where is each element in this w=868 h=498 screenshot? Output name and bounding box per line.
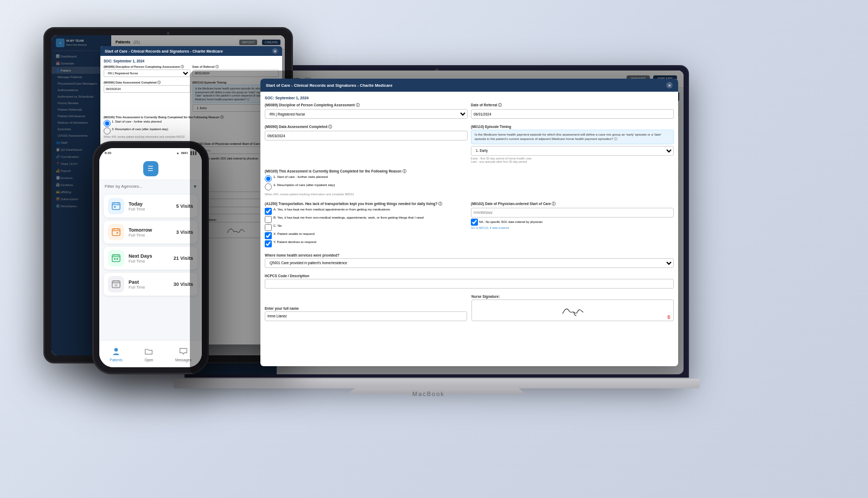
nurse-sig-section: Enter your full name Nurse Signature: bbox=[265, 295, 674, 321]
tomorrow-subtitle: Full Time bbox=[129, 233, 172, 238]
tablet-camera bbox=[167, 32, 170, 35]
checkbox-a[interactable] bbox=[265, 208, 272, 215]
m0102-input[interactable] bbox=[471, 208, 674, 218]
phone-status-bar: 8:30 ▲ WiFi ▐▐▐ bbox=[99, 148, 202, 158]
laptop-screen: + IN MY TEAMHome Care Solutions Dashboar… bbox=[190, 71, 684, 374]
m0089-select[interactable]: RN | Registered Nurse bbox=[265, 109, 468, 119]
svg-rect-5 bbox=[112, 229, 120, 236]
a1250-field: (A1250) Transportation. Has lack of tran… bbox=[265, 202, 468, 247]
tomorrow-title: Tomorrow bbox=[129, 227, 172, 233]
m0100-note: When #04, review patient tracking inform… bbox=[265, 193, 674, 196]
a1250-option-a: A. Yes, it has kept me from medical appo… bbox=[265, 208, 468, 215]
today-info: Today Full Time bbox=[129, 201, 172, 212]
checkbox-b[interactable] bbox=[265, 216, 272, 223]
m0110-field: (M0110) Episode Timing Is the Medicare h… bbox=[471, 125, 674, 163]
phone-screen: 8:30 ▲ WiFi ▐▐▐ ☰ Filter by Agencies... bbox=[99, 148, 202, 367]
svg-rect-14 bbox=[114, 258, 116, 260]
soc-date: SOC: September 1, 2024 bbox=[265, 96, 674, 100]
messages-nav-icon bbox=[178, 346, 189, 357]
hcpcs-input[interactable] bbox=[265, 279, 674, 289]
calendar-icon-next-days bbox=[111, 253, 121, 263]
bottom-nav-open[interactable]: Open bbox=[143, 346, 154, 362]
today-icon-wrap bbox=[108, 198, 124, 214]
m0102-na-checkbox[interactable] bbox=[471, 219, 478, 226]
radio-option-1: 1. Start of care - further visits planne… bbox=[265, 175, 674, 182]
a1250-option-b: B. Yes, it has kept me from non-medical … bbox=[265, 216, 468, 223]
modal-overlay: Start of Care - Clinical Records and Sig… bbox=[190, 71, 684, 374]
m0102-label: (M0102) Date of Physician-ordered Start … bbox=[471, 202, 674, 207]
phone-schedule-list: Today Full Time 5 Visits bbox=[99, 193, 202, 301]
past-icon-wrap bbox=[108, 276, 124, 292]
svg-rect-9 bbox=[117, 232, 118, 234]
phone-time: 8:30 bbox=[105, 151, 111, 155]
m0110-label: (M0110) Episode Timing bbox=[471, 125, 674, 129]
m0090-field: (M0090) Data Assessment Completed ⓘ bbox=[265, 125, 468, 163]
svg-rect-15 bbox=[117, 258, 118, 260]
next-days-info: Next Days Full Time bbox=[129, 253, 169, 264]
checkbox-c[interactable] bbox=[265, 224, 272, 231]
a1250-option-x: X. Patient unable to respond bbox=[265, 232, 468, 239]
wifi-icon: WiFi bbox=[181, 151, 188, 155]
m0102-link[interactable]: Go to M0110, if date entered bbox=[471, 226, 674, 229]
tm-m0090: (M0090) Data Assessment Completed ⓘ bbox=[104, 81, 190, 112]
m0104-input[interactable] bbox=[471, 109, 674, 119]
today-subtitle: Full Time bbox=[129, 207, 172, 212]
phone-filter-row[interactable]: Filter by Agencies... ▾ bbox=[99, 180, 202, 193]
tm-radio-input-3[interactable] bbox=[104, 127, 111, 135]
tm-m0090-input[interactable] bbox=[104, 85, 190, 93]
tablet-modal-close[interactable]: × bbox=[272, 48, 278, 54]
laptop-base bbox=[174, 379, 700, 388]
signature-trash-icon[interactable]: 🗑 bbox=[667, 315, 671, 320]
modal-header: Start of Care - Clinical Records and Sig… bbox=[260, 79, 678, 92]
folder-open-icon bbox=[144, 347, 153, 356]
radio-input-1[interactable] bbox=[265, 175, 272, 182]
where-select[interactable]: Q5001 Care provided in patient's home/re… bbox=[265, 258, 674, 268]
signature-area[interactable]: 🗑 bbox=[471, 299, 674, 321]
m0100-field: (M0100) This Assessment is Currently Bei… bbox=[265, 169, 674, 196]
person-icon bbox=[112, 347, 120, 356]
tm-radio-input-1[interactable] bbox=[104, 120, 111, 127]
m0100-radio-group: 1. Start of care - further visits planne… bbox=[265, 175, 674, 196]
calendar-icon-tomorrow bbox=[111, 227, 121, 237]
sig-section: Nurse Signature: 🗑 bbox=[471, 295, 674, 321]
a1250-option-y: Y. Patient declines to respond bbox=[265, 240, 468, 247]
svg-rect-16 bbox=[112, 281, 120, 288]
m0102-na: NA - No specific SOC date ordered by phy… bbox=[471, 219, 674, 226]
schedule-item-today[interactable]: Today Full Time 5 Visits bbox=[104, 195, 197, 218]
svg-rect-0 bbox=[112, 203, 120, 210]
today-title: Today bbox=[129, 201, 172, 207]
open-nav-label: Open bbox=[144, 358, 153, 362]
tm-m0089: (M0089) Discipline of Person Completing … bbox=[104, 65, 190, 77]
bottom-nav-messages[interactable]: Messages bbox=[175, 346, 192, 362]
schedule-item-past[interactable]: Past Full Time 30 Visits bbox=[104, 273, 197, 296]
modal-body: SOC: September 1, 2024 (M0089) Disciplin… bbox=[260, 92, 678, 366]
calendar-icon-past bbox=[111, 279, 121, 289]
checkbox-y[interactable] bbox=[265, 240, 272, 247]
tablet-modal-header: Start of Care - Clinical Records and Sig… bbox=[100, 46, 282, 56]
checkbox-x[interactable] bbox=[265, 232, 272, 239]
m0104-label: Date of Referral ⓘ bbox=[471, 103, 674, 108]
radio-input-3[interactable] bbox=[265, 183, 272, 190]
next-days-icon-wrap bbox=[108, 250, 124, 266]
tm-m0089-select[interactable]: RN | Registered Nurse bbox=[104, 69, 190, 77]
name-label: Enter your full name bbox=[265, 307, 467, 310]
m0090-input[interactable] bbox=[265, 131, 468, 141]
message-icon bbox=[179, 347, 188, 356]
scene: IN MY TEAM + IN MY TEAMHome Care Solutio… bbox=[0, 0, 868, 498]
full-name-input[interactable] bbox=[265, 311, 467, 321]
where-services-field: Where home health services were provided… bbox=[265, 253, 674, 268]
late-label: Late - any episode after first 30-day pe… bbox=[471, 160, 674, 163]
schedule-item-next-days[interactable]: Next Days Full Time 21 Visits bbox=[104, 247, 197, 270]
phone-filter-text: Filter by Agencies... bbox=[105, 184, 143, 189]
bottom-nav-patients[interactable]: Patients bbox=[110, 346, 123, 362]
m0110-select[interactable]: 1. Early bbox=[471, 146, 674, 156]
modal-close-button[interactable]: × bbox=[666, 82, 673, 88]
calendar-icon-today bbox=[111, 201, 121, 211]
past-info: Past Full Time bbox=[129, 279, 169, 290]
signature-section: Enter your full name Nurse Signature: bbox=[265, 295, 674, 321]
hcpcs-field: HCPCS Code / Description bbox=[265, 274, 674, 289]
sig-label: Nurse Signature: bbox=[471, 295, 674, 298]
schedule-item-tomorrow[interactable]: Tomorrow Full Time 3 Visits bbox=[104, 221, 197, 244]
m0090-label: (M0090) Data Assessment Completed ⓘ bbox=[265, 125, 468, 130]
past-title: Past bbox=[129, 279, 169, 285]
